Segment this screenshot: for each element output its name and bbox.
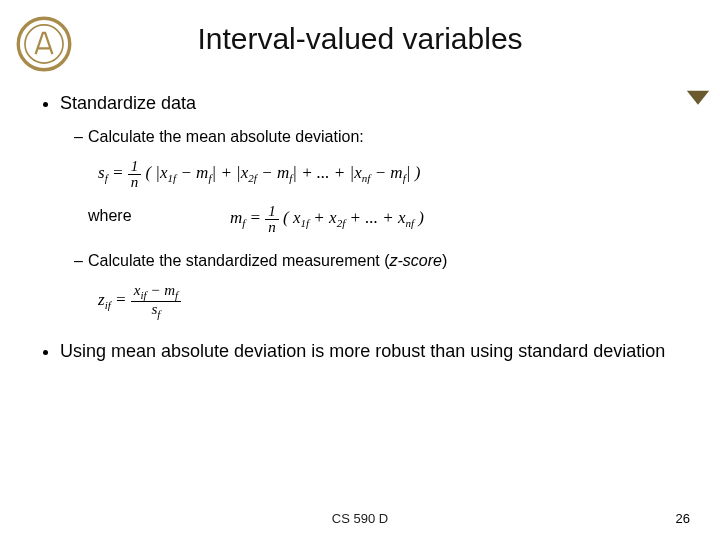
slide-content: Standardize data Calculate the mean abso… [40,90,680,368]
seal-icon [16,16,72,72]
footer-course: CS 590 D [0,511,720,526]
bullet-standardize: Standardize data Calculate the mean abso… [60,90,680,320]
page-number: 26 [676,511,690,526]
subbullet-mad: Calculate the mean absolute deviation: [74,125,680,149]
svg-point-1 [25,25,63,63]
formula-zif: zif = xif − mfsf [98,283,680,320]
formula-sf: sf = 1n ( |x1f − mf| + |x2f − mf| + ... … [98,159,680,190]
bullet-text: Standardize data [60,93,196,113]
university-seal-logo [16,16,72,72]
bullet-robust: Using mean absolute deviation is more ro… [60,334,680,368]
corner-crest-icon [684,88,712,108]
slide-title: Interval-valued variables [0,22,720,56]
svg-point-0 [18,18,70,70]
subbullet-zscore: Calculate the standardized measurement (… [74,249,680,273]
formula-mf: mf = 1n ( x1f + x2f + ... + xnf ) [230,204,680,235]
